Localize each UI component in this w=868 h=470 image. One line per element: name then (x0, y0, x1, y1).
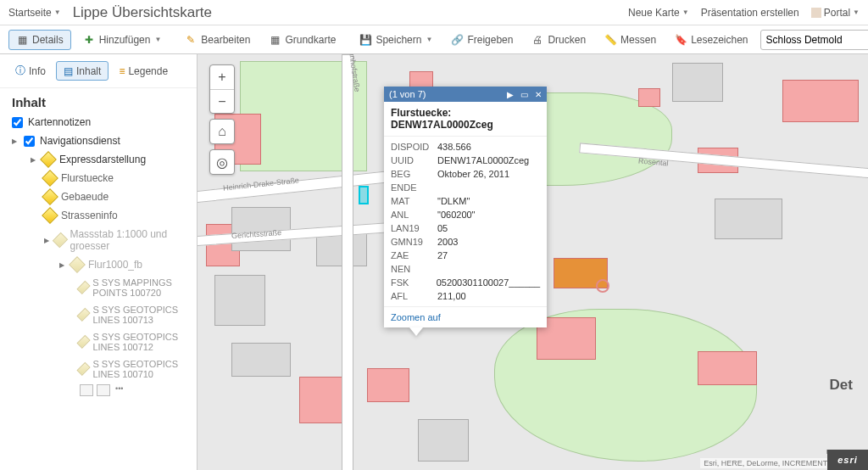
search-input[interactable] (766, 34, 868, 46)
zoom-out-button[interactable]: − (210, 89, 234, 113)
add-button[interactable]: ✚Hinzufügen▼ (76, 31, 169, 49)
layer-gebaeude[interactable]: Gebaeude (12, 187, 185, 206)
layer-icon (42, 170, 58, 187)
popup-key: ANL (391, 210, 437, 220)
popup-maximize-icon[interactable]: ▭ (520, 90, 528, 99)
popup-count: (1 von 7) (389, 89, 500, 99)
popup-val: DENW17AL0000Zceg (437, 155, 540, 165)
sublayer[interactable]: S SYS GEOTOPICS LINES 100713 (12, 301, 185, 328)
toolbar: ▦Details ✚Hinzufügen▼ ✎Bearbeiten ▦Grund… (0, 25, 868, 54)
bookmarks-button[interactable]: 🔖Lesezeichen (668, 31, 754, 49)
print-icon: 🖨 (531, 34, 543, 46)
app-header: Startseite▼ Lippe Übersichtskarte Neue K… (0, 0, 868, 25)
chevron-down-icon: ▼ (682, 8, 689, 16)
checkbox[interactable] (12, 117, 23, 128)
main: ⓘInfo ▤Inhalt ≡Legende Inhalt Kartennoti… (0, 54, 868, 470)
sidebar: ⓘInfo ▤Inhalt ≡Legende Inhalt Kartennoti… (0, 54, 198, 470)
esri-logo: esri (827, 450, 868, 470)
map-area[interactable]: Heinrich-Drake-Straße Gerichtsstraße Ros… (198, 54, 868, 470)
tab-info[interactable]: ⓘInfo (8, 61, 53, 81)
more-icon[interactable]: ••• (114, 384, 123, 396)
popup-header: (1 von 7) ▶ ▭ ✕ (384, 87, 547, 102)
popup-row: FSK05200301100027______ (391, 276, 540, 289)
portal-link[interactable]: Portal▼ (811, 7, 860, 19)
popup-key: DISPOID (391, 142, 437, 152)
popup-val: 05200301100027______ (437, 277, 540, 288)
popup-key: MAT (391, 196, 437, 206)
expand-icon[interactable]: ▶ (59, 261, 66, 269)
popup-val: 2003 (437, 237, 540, 247)
popup-next-icon[interactable]: ▶ (507, 90, 514, 99)
list-icon: ▤ (64, 65, 73, 77)
popup-key: LAN19 (391, 223, 437, 233)
share-button[interactable]: 🔗Freigeben (444, 31, 520, 49)
tool-icon[interactable] (97, 384, 110, 396)
zoom-in-button[interactable]: + (210, 65, 234, 89)
popup-row: NEN (391, 262, 540, 276)
print-button[interactable]: 🖨Drucken (525, 31, 593, 49)
legend-icon: ≡ (119, 65, 125, 77)
popup-row: UUIDDENW17AL0000Zceg (391, 154, 540, 167)
tool-icon[interactable] (80, 384, 93, 396)
basemap-icon: ▦ (269, 34, 281, 46)
expand-icon[interactable]: ▶ (44, 237, 50, 244)
search-wrap: ✕ 🔍 (760, 30, 868, 50)
layer-icon (76, 362, 91, 377)
sidebar-heading: Inhalt (0, 88, 197, 113)
layer-flurstuecke[interactable]: Flurstuecke (12, 169, 185, 187)
layer-flur1000fb[interactable]: ▶Flur1000_fb (12, 255, 185, 274)
chevron-down-icon: ▼ (54, 8, 61, 16)
popup-row: DISPOID438.566 (391, 140, 540, 154)
popup-row: ZAE27 (391, 249, 540, 262)
popup-row: ENDE (391, 181, 540, 194)
popup-title: Flurstuecke: DENW17AL0000Zceg (384, 102, 547, 137)
tab-content[interactable]: ▤Inhalt (56, 61, 108, 81)
details-button[interactable]: ▦Details (8, 30, 71, 50)
popup-close-icon[interactable]: ✕ (535, 90, 542, 99)
popup-val: 05 (437, 223, 540, 233)
locate-button[interactable]: ◎ (210, 150, 234, 174)
edit-button[interactable]: ✎Bearbeiten (178, 31, 257, 49)
layer-expressdarstellung[interactable]: ▶Expressdarstellung (12, 150, 185, 169)
info-icon: ⓘ (15, 64, 25, 78)
layer-massstab[interactable]: ▶Massstab 1:1000 und groesser (12, 225, 185, 255)
create-presentation-link[interactable]: Präsentation erstellen (701, 7, 799, 19)
portal-icon (811, 8, 821, 18)
checkbox[interactable] (24, 136, 35, 147)
popup-key: UUID (391, 155, 437, 165)
save-button[interactable]: 💾Speichern▼ (353, 31, 439, 49)
measure-button[interactable]: 📏Messen (598, 31, 663, 49)
popup-val: 27 (437, 250, 540, 260)
home-link[interactable]: Startseite▼ (8, 7, 61, 19)
basemap-button[interactable]: ▦Grundkarte (262, 31, 342, 49)
sublayer[interactable]: S SYS GEOTOPICS LINES 100712 (12, 328, 185, 355)
layer-icon (76, 335, 91, 350)
pencil-icon: ✎ (185, 34, 197, 46)
ruler-icon: 📏 (604, 34, 616, 46)
new-map-link[interactable]: Neue Karte▼ (628, 7, 689, 19)
map-place-label: Det (830, 377, 853, 394)
layer-strasseninfo[interactable]: Strasseninfo (12, 206, 185, 225)
popup-zoom-link[interactable]: Zoomen auf (384, 306, 547, 327)
popup-key: NEN (391, 264, 437, 274)
sublayer[interactable]: S SYS MAPPINGS POINTS 100720 (12, 274, 185, 301)
layer-icon (76, 281, 91, 295)
plus-icon: ✚ (83, 34, 95, 46)
expand-icon[interactable]: ▶ (12, 137, 19, 145)
layer-navigationsdienst[interactable]: ▶Navigationsdienst (12, 131, 185, 150)
layer-icon (42, 207, 58, 224)
popup-val (437, 182, 540, 193)
home-extent-button[interactable]: ⌂ (210, 120, 234, 143)
sublayer[interactable]: S SYS GEOTOPICS LINES 100710 (12, 355, 185, 383)
popup-key: ZAE (391, 250, 437, 260)
chevron-down-icon: ▼ (853, 8, 860, 16)
layer-icon (42, 188, 58, 205)
popup-val: Oktober 26, 2011 (437, 169, 540, 179)
popup-val: 438.566 (437, 142, 540, 152)
tab-legend[interactable]: ≡Legende (112, 61, 175, 81)
search-box: ✕ (760, 30, 868, 50)
page-title: Lippe Übersichtskarte (73, 4, 212, 21)
expand-icon[interactable]: ▶ (31, 156, 37, 164)
layer-kartennotizen[interactable]: Kartennotizen (12, 113, 185, 131)
map-marker (596, 279, 609, 293)
